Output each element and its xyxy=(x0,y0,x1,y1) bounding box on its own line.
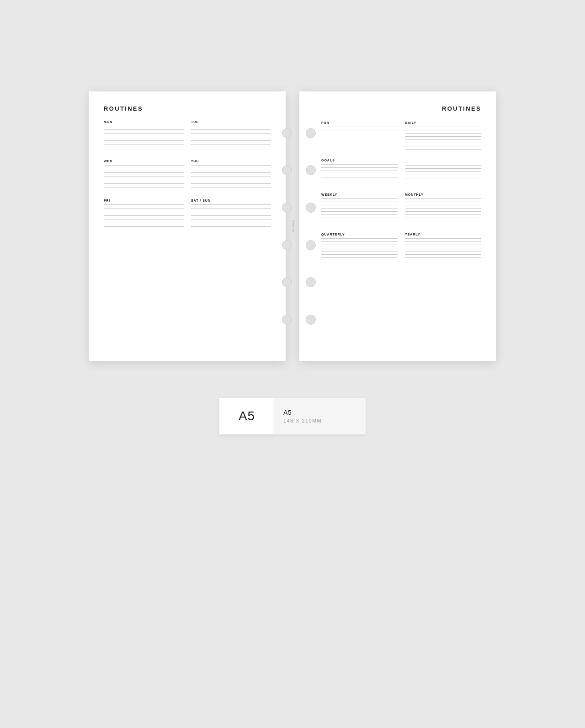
punch-hole xyxy=(306,240,316,250)
line xyxy=(405,208,481,209)
documents-area: ROUTINES MON TUE xyxy=(0,91,585,361)
left-page-title: ROUTINES xyxy=(104,105,271,112)
line xyxy=(405,136,481,137)
line xyxy=(405,257,481,258)
line xyxy=(191,126,271,126)
line xyxy=(321,251,398,252)
line xyxy=(321,218,398,218)
line xyxy=(104,133,184,134)
line xyxy=(405,133,481,134)
line xyxy=(405,146,481,146)
line xyxy=(321,241,398,242)
line xyxy=(405,254,481,255)
fri-satSun-section: FRI SAT / SUN xyxy=(104,199,271,230)
line xyxy=(405,130,481,130)
line xyxy=(104,180,184,180)
line xyxy=(104,212,184,212)
left-page: ROUTINES MON TUE xyxy=(89,91,286,361)
mon-lines xyxy=(104,126,184,151)
line xyxy=(191,187,271,187)
punch-hole xyxy=(282,128,292,138)
line xyxy=(104,215,184,216)
mon-section: MON xyxy=(104,120,184,151)
line xyxy=(321,164,398,165)
line xyxy=(405,218,481,218)
thu-lines xyxy=(191,165,271,191)
line xyxy=(321,127,398,127)
size-box-detail: A5 148 X 210MM xyxy=(274,398,366,434)
line xyxy=(321,171,398,171)
wed-lines xyxy=(104,165,184,191)
line xyxy=(405,171,481,172)
line xyxy=(191,133,271,134)
thu-label: THU xyxy=(191,160,271,163)
punch-hole xyxy=(282,165,292,175)
line xyxy=(191,180,271,180)
line xyxy=(405,149,481,150)
fri-label: FRI xyxy=(104,199,184,202)
line xyxy=(405,178,481,178)
satSun-lines xyxy=(191,204,271,230)
right-page-title: ROUTINES xyxy=(321,105,481,112)
quarterly-yearly-row: QUARTERLY YEARLY xyxy=(321,233,481,267)
line xyxy=(191,129,271,130)
yearly-label: YEARLY xyxy=(405,233,481,236)
line xyxy=(405,127,481,127)
goals-row: GOALS xyxy=(321,159,481,187)
tue-label: TUE xyxy=(191,120,271,123)
tue-section: TUE xyxy=(191,120,271,151)
line xyxy=(321,130,398,130)
line xyxy=(104,129,184,130)
line xyxy=(405,168,481,169)
line xyxy=(191,219,271,219)
punch-hole xyxy=(306,315,316,325)
monthly-section: MONTHLY xyxy=(405,193,481,221)
line xyxy=(104,172,184,173)
goals-section: GOALS xyxy=(321,159,398,181)
line xyxy=(104,219,184,219)
punch-hole xyxy=(306,277,316,287)
weekly-monthly-row: WEEKLY MONTHLY xyxy=(321,193,481,227)
page-wrapper: ROUTINES MON TUE xyxy=(0,0,585,471)
size-info-area: A5 A5 148 X 210MM xyxy=(219,398,366,434)
punch-hole xyxy=(306,165,316,175)
punch-hole xyxy=(282,315,292,325)
goals-label: GOALS xyxy=(321,159,398,162)
punch-hole xyxy=(282,277,292,287)
line xyxy=(321,245,398,245)
right-punch-holes xyxy=(306,91,316,361)
line xyxy=(405,211,481,212)
line xyxy=(191,176,271,177)
punch-hole xyxy=(306,128,316,138)
line xyxy=(104,223,184,223)
line xyxy=(191,140,271,141)
line xyxy=(191,144,271,145)
mon-tue-section: MON TUE xyxy=(104,120,271,151)
line xyxy=(405,238,481,239)
line xyxy=(104,183,184,184)
punch-hole xyxy=(282,203,292,213)
line xyxy=(191,137,271,137)
line xyxy=(191,226,271,227)
line xyxy=(191,204,271,205)
weekly-section: WEEKLY xyxy=(321,193,398,221)
quarterly-label: QUARTERLY xyxy=(321,233,398,236)
tue-lines xyxy=(191,126,271,151)
fri-lines xyxy=(104,204,184,230)
line xyxy=(104,176,184,177)
line xyxy=(405,143,481,143)
line xyxy=(321,208,398,209)
wed-thu-section: WED THU xyxy=(104,160,271,191)
line xyxy=(405,241,481,242)
line xyxy=(321,174,398,174)
line xyxy=(191,148,271,148)
line xyxy=(321,214,398,215)
punch-hole xyxy=(282,240,292,250)
line xyxy=(321,257,398,258)
line xyxy=(104,140,184,141)
line xyxy=(104,144,184,145)
size-detail-name: A5 xyxy=(283,409,292,416)
for-label: FOR xyxy=(321,121,398,124)
line xyxy=(321,248,398,248)
line xyxy=(321,202,398,202)
